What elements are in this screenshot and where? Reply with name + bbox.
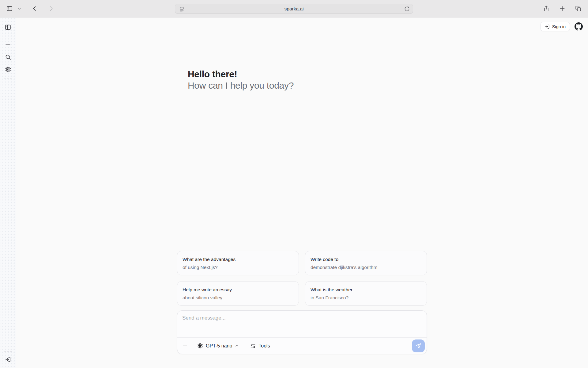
send-button[interactable] — [412, 339, 425, 352]
sign-in-label: Sign in — [552, 24, 566, 29]
browser-sidebar-menu-button[interactable] — [17, 6, 22, 12]
tabs-overview-icon — [575, 6, 581, 12]
browser-back-button[interactable] — [30, 4, 39, 13]
suggestion-card-weather[interactable]: What is the weather in San Francisco? — [305, 281, 427, 306]
plus-icon — [182, 343, 188, 349]
suggestion-title: What is the weather — [311, 287, 421, 293]
greeting-subtitle: How can I help you today? — [188, 80, 294, 91]
suggestion-card-essay[interactable]: Help me write an essay about silicon val… — [177, 281, 299, 306]
reload-icon[interactable] — [404, 6, 410, 12]
chevron-up-icon — [235, 344, 239, 348]
send-icon — [415, 343, 421, 349]
share-icon — [543, 6, 549, 12]
app-sidebar — [0, 17, 16, 368]
sidebar-divider — [4, 351, 12, 352]
cpu-chip-icon — [5, 66, 11, 73]
tools-label: Tools — [258, 343, 270, 349]
suggestion-card-dijkstra[interactable]: Write code to demonstrate djikstra's alg… — [305, 251, 427, 275]
address-bar-url: sparka.ai — [285, 6, 304, 12]
model-selector-label: GPT-5 nano — [206, 343, 232, 349]
sidebar-models-button[interactable] — [3, 65, 13, 74]
sidebar-divider — [4, 78, 12, 79]
chevron-left-icon — [32, 6, 38, 12]
composer-toolbar: GPT-5 nano — [177, 337, 427, 354]
suggestion-title: What are the advantages — [183, 256, 293, 262]
github-link[interactable] — [575, 22, 583, 31]
browser-toolbar: sparka.ai — [0, 0, 588, 17]
sidebar-toggle-icon — [6, 5, 13, 12]
panel-left-icon — [5, 24, 11, 31]
chevron-down-icon — [18, 7, 21, 10]
sidebar-panel-toggle-button[interactable] — [3, 23, 13, 32]
openai-logo-icon — [197, 343, 203, 349]
share-button[interactable] — [542, 4, 551, 13]
message-composer: GPT-5 nano — [177, 310, 427, 354]
suggestion-title: Help me write an essay — [183, 287, 293, 293]
suggestion-subtitle: of using Next.js? — [183, 264, 293, 270]
greeting: Hello there! How can I help you today? — [188, 68, 294, 91]
tools-button[interactable]: Tools — [248, 341, 272, 351]
suggestion-grid: What are the advantages of using Next.js… — [177, 251, 427, 306]
log-in-icon — [545, 24, 550, 29]
sidebar-search-button[interactable] — [3, 52, 13, 62]
sidebar-new-chat-button[interactable] — [3, 40, 13, 49]
tab-overview-button[interactable] — [574, 4, 582, 13]
sign-in-button[interactable]: Sign in — [541, 22, 570, 31]
suggestion-card-nextjs[interactable]: What are the advantages of using Next.js… — [177, 251, 299, 275]
address-bar[interactable]: sparka.ai — [175, 4, 413, 14]
chevron-right-icon — [48, 6, 54, 12]
suggestion-subtitle: in San Francisco? — [311, 295, 421, 301]
sidebar-sign-in-button[interactable] — [3, 355, 13, 364]
suggestion-subtitle: about silicon valley — [183, 295, 293, 301]
greeting-title: Hello there! — [188, 68, 294, 80]
sliders-icon — [250, 343, 256, 349]
attach-button[interactable] — [180, 341, 190, 351]
browser-forward-button[interactable] — [47, 4, 55, 13]
browser-sidebar-toggle-button[interactable] — [5, 4, 14, 13]
new-tab-button[interactable] — [558, 4, 567, 13]
suggestion-subtitle: demonstrate djikstra's algorithm — [311, 264, 421, 270]
plus-icon — [5, 41, 11, 48]
message-input[interactable] — [177, 311, 427, 337]
log-in-icon — [5, 356, 11, 362]
search-icon — [5, 54, 11, 60]
page-settings-icon[interactable] — [179, 6, 185, 12]
plus-icon — [559, 6, 565, 12]
model-selector-button[interactable]: GPT-5 nano — [195, 341, 241, 351]
github-icon — [575, 22, 583, 31]
suggestion-title: Write code to — [311, 256, 421, 262]
chat-main: Sign in Hello there! How can I help you … — [16, 17, 588, 368]
